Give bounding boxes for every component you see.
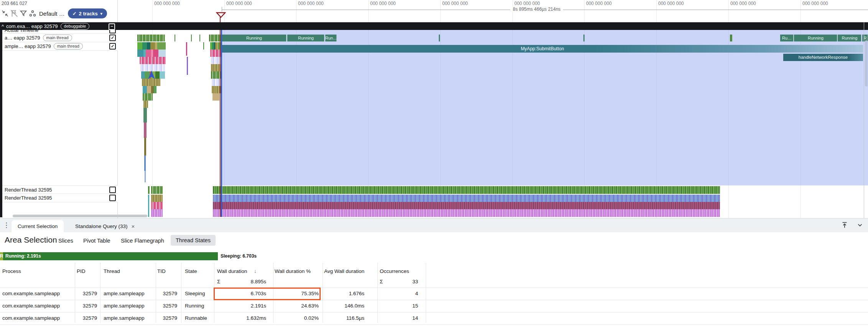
track-row-actual-timeline[interactable]: Actual Timeline [2,30,118,34]
track-checkbox-checked[interactable]: ✓ [109,35,116,41]
slice-stack[interactable] [137,50,166,57]
renderthread-slice[interactable] [148,195,149,217]
running-slice[interactable]: Ru… [780,35,794,41]
cell-avg-wall-duration: 146.0ms [324,300,364,312]
slice-stack[interactable] [144,155,146,171]
table-row-sleeping[interactable]: com.example.sampleapp 32579 ample.sample… [0,288,868,300]
slice[interactable] [187,57,188,75]
col-header-thread[interactable]: Thread [104,268,120,274]
slice-stack[interactable] [210,50,221,57]
renderthread-slices[interactable] [151,209,163,217]
renderthread-slices[interactable] [151,202,163,209]
renderthread-state-slices[interactable] [213,186,720,194]
marker-line[interactable] [220,17,221,217]
thread-state-slice[interactable] [191,35,192,41]
slice-stack[interactable] [143,93,153,101]
sort-desc-icon[interactable]: ↓ [254,268,257,274]
collapse-selection-icon[interactable] [1,9,9,18]
slice-stack[interactable] [143,108,147,122]
flag-off-icon[interactable] [10,9,18,18]
selection-duration-label: 8s 895ms 466µs 214ns [510,7,563,12]
renderthread-slices[interactable] [213,202,720,209]
renderthread-state-slices[interactable] [148,186,150,194]
selection-start-line[interactable] [221,22,222,217]
col-header-occurrences[interactable]: Occurrences [380,268,409,274]
close-tab-icon[interactable]: × [132,223,135,230]
chevron-down-icon[interactable] [856,221,864,229]
thread-state-slice[interactable] [199,35,200,41]
running-slice[interactable] [583,35,585,41]
slice[interactable] [203,42,204,50]
col-header-pid[interactable]: PID [77,268,86,274]
track-row-thread-state[interactable]: a… eapp 32579 main thread ✓ [2,34,118,42]
slice[interactable] [186,42,187,56]
tab-menu-kebab-icon[interactable]: ⋮ [3,221,8,229]
horizontal-scrollbar[interactable] [13,215,147,217]
col-header-avg-wall-duration[interactable]: Avg Wall duration [324,268,364,274]
slice-stack[interactable] [143,101,148,108]
col-header-wall-duration[interactable]: Wall duration [217,268,247,274]
slice-myapp-submitbutton[interactable]: MyApp:SubmitButton [222,45,863,53]
dock-to-top-icon[interactable] [840,221,849,229]
track-row-renderthread-1[interactable]: RenderThread 32595 [2,185,118,194]
breakdown-running-segment[interactable]: Running: 2.191s [3,252,218,260]
view-tab-slices[interactable]: Slices [58,238,73,244]
slice-handlenetworkresponse[interactable]: handleNetworkResponse [783,54,863,61]
col-header-state[interactable]: State [185,268,197,274]
view-tab-slice-flamegraph[interactable]: Slice Flamegraph [121,238,164,244]
view-tab-thread-states-selected[interactable]: Thread States [171,235,216,246]
running-slice[interactable] [439,35,440,41]
slice-stack[interactable] [142,79,160,86]
thread-state-slices[interactable] [137,35,165,41]
collapse-chevron-icon[interactable]: ^ [2,23,4,29]
check-icon: ✓ [72,11,77,17]
slice-stack[interactable] [143,86,156,93]
view-tab-pivot-table[interactable]: Pivot Table [83,238,110,244]
slice-stack[interactable] [210,42,221,50]
table-row-runnable[interactable]: com.example.sampleapp 32579 ample.sample… [0,312,868,324]
slice-stack[interactable] [144,138,146,155]
col-header-process[interactable]: Process [2,268,21,274]
track-row-thread-slices[interactable]: ample… eapp 32579 main thread ✓ [2,42,118,51]
track-checkbox[interactable] [109,30,116,33]
table-row-running[interactable]: com.example.sampleapp 32579 ample.sample… [0,300,868,312]
thread-state-slice[interactable] [175,35,175,41]
col-header-wall-duration-pct[interactable]: Wall duration % [275,268,311,274]
workspace-icon[interactable] [28,9,37,18]
tab-standalone-query[interactable]: Standalone Query (33) × [69,220,141,233]
renderthread-state-slices[interactable] [151,186,163,194]
renderthread-slices[interactable] [213,209,720,217]
filter-icon[interactable] [19,9,28,18]
main-thread-badge: main thread [54,43,83,50]
slice-stack[interactable] [144,122,147,138]
tab-current-selection[interactable]: Current Selection [12,220,64,233]
track-row-renderthread-2[interactable]: RenderThread 32595 [2,194,118,202]
running-slice[interactable]: Running [838,35,861,41]
slice-stack[interactable] [137,42,166,50]
timeline-marker-icon[interactable] [216,12,226,18]
running-slice[interactable]: Running [287,35,324,41]
track-checkbox-unchecked[interactable] [109,195,116,201]
runnable-slice[interactable] [730,35,732,41]
track-checkbox-unchecked[interactable] [109,187,116,193]
vertical-scrollbar[interactable] [865,40,868,86]
running-slice[interactable]: Running [794,35,837,41]
ruler-tick-label: 000 000 000 [586,1,612,6]
running-slice[interactable]: Running [222,35,287,41]
slice-stack[interactable] [140,57,166,64]
running-slice[interactable]: Run… [325,35,337,41]
track-checkbox-checked[interactable]: ✓ [109,43,116,50]
breakdown-runnable-segment[interactable]: R [0,252,3,260]
area-selection-overlay[interactable] [222,30,868,185]
track-label: ample… eapp 32579 [5,43,51,49]
col-header-tid[interactable]: TID [157,268,166,274]
slice-stack[interactable] [212,93,219,101]
group-checkbox-indeterminate[interactable]: – [109,23,115,30]
slice-stack[interactable] [145,171,146,182]
renderthread-slices[interactable] [151,195,163,202]
tracks-filter-button[interactable]: ✓ 2 tracks ▾ [68,8,107,18]
workspace-name[interactable]: Default … [39,10,65,17]
breakdown-sleeping-label[interactable]: Sleeping: 6.703s [221,252,257,260]
renderthread-slices[interactable] [213,195,720,202]
process-group-header[interactable]: ^ com.exa… eapp 32579 debuggable [0,22,868,30]
